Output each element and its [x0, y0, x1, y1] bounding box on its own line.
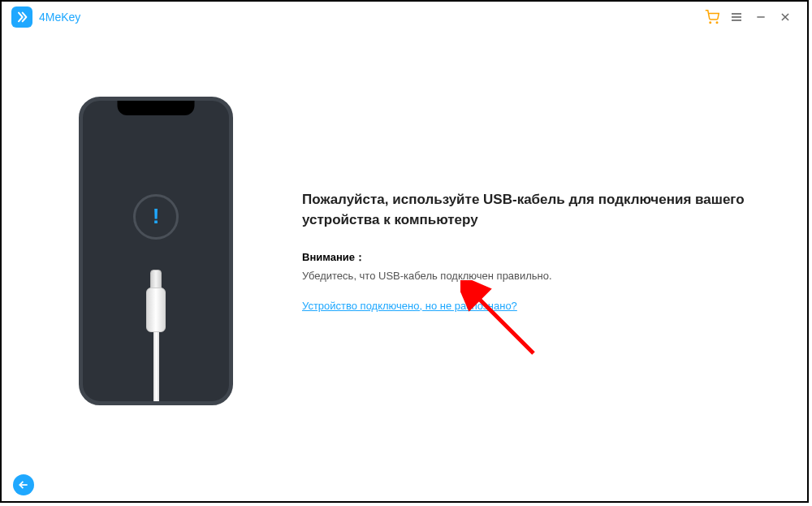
- instruction-heading: Пожалуйста, используйте USB-кабель для п…: [302, 189, 758, 231]
- app-logo-icon: [11, 6, 32, 28]
- attention-label: Внимание：: [302, 250, 758, 265]
- app-title: 4MeKey: [39, 11, 80, 24]
- phone-illustration: !: [34, 97, 278, 405]
- alert-mark: !: [153, 204, 160, 229]
- phone-notch: [118, 101, 195, 115]
- main-content: ! Пожалуйста, используйте USB-кабель для…: [2, 32, 807, 469]
- app-window: 4MeKey !: [0, 0, 809, 503]
- usb-cable-icon: [146, 270, 166, 401]
- close-button[interactable]: [773, 5, 797, 29]
- phone-frame: !: [79, 97, 233, 405]
- help-link[interactable]: Устройство подключено, но не распознано?: [302, 300, 517, 312]
- cart-icon[interactable]: [700, 5, 724, 29]
- attention-text: Убедитесь, что USB-кабель подключен прав…: [302, 270, 758, 282]
- titlebar: 4MeKey: [2, 2, 807, 32]
- alert-icon: !: [133, 194, 179, 240]
- menu-icon[interactable]: [724, 5, 749, 29]
- footer: [2, 469, 807, 501]
- instruction-panel: Пожалуйста, используйте USB-кабель для п…: [278, 189, 775, 313]
- back-button[interactable]: [13, 474, 34, 495]
- svg-point-1: [716, 22, 718, 24]
- svg-point-0: [710, 22, 711, 24]
- minimize-button[interactable]: [749, 5, 773, 29]
